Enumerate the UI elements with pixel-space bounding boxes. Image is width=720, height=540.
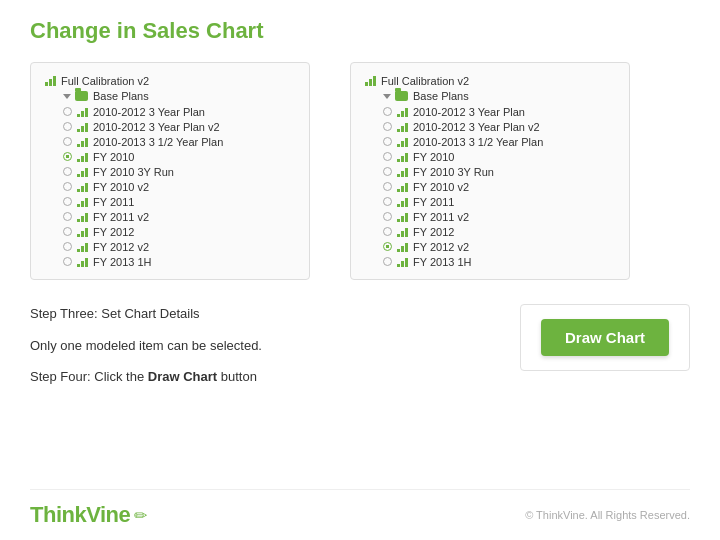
radio-right-0 — [383, 107, 392, 116]
tree-item-left-0[interactable]: 2010-2012 3 Year Plan — [63, 104, 295, 119]
tree-item-left-6[interactable]: FY 2011 — [63, 194, 295, 209]
radio-left-1 — [63, 122, 72, 131]
tree-item-right-7[interactable]: FY 2011 v2 — [383, 209, 615, 224]
bar-icon-right — [365, 76, 376, 86]
calibration-item-right[interactable]: Full Calibration v2 — [365, 73, 615, 88]
logo-text: ThinkVine — [30, 502, 130, 528]
step3-text: Step Three: Set Chart Details — [30, 304, 262, 324]
bar-icon-item-left-4 — [77, 167, 88, 177]
radio-right-7 — [383, 212, 392, 221]
tree-item-left-5[interactable]: FY 2010 v2 — [63, 179, 295, 194]
steps-left: Step Three: Set Chart Details Only one m… — [30, 304, 262, 393]
radio-left-5 — [63, 182, 72, 191]
radio-right-4 — [383, 167, 392, 176]
folder-icon-right — [395, 91, 408, 101]
tree-item-right-10[interactable]: FY 2013 1H — [383, 254, 615, 269]
radio-left-7 — [63, 212, 72, 221]
bar-icon-item-left-6 — [77, 197, 88, 207]
tree-item-right-5[interactable]: FY 2010 v2 — [383, 179, 615, 194]
radio-right-5 — [383, 182, 392, 191]
base-plans-label-left: Base Plans — [93, 90, 149, 102]
tree-item-left-1[interactable]: 2010-2012 3 Year Plan v2 — [63, 119, 295, 134]
radio-right-6 — [383, 197, 392, 206]
calibration-label-right: Full Calibration v2 — [381, 75, 469, 87]
footer: ThinkVine ✏ © ThinkVine. All Rights Rese… — [30, 489, 690, 528]
bar-icon-item-right-8 — [397, 227, 408, 237]
pencil-icon: ✏ — [134, 506, 147, 525]
radio-left-10 — [63, 257, 72, 266]
radio-right-3 — [383, 152, 392, 161]
draw-chart-wrapper: Draw Chart — [520, 304, 690, 371]
radio-right-2 — [383, 137, 392, 146]
bar-icon-item-right-1 — [397, 122, 408, 132]
tree-item-right-8[interactable]: FY 2012 — [383, 224, 615, 239]
tree-panel-left: Full Calibration v2 Base Plans 2010-2 — [30, 62, 310, 280]
bar-icon-item-right-5 — [397, 182, 408, 192]
tree-item-left-9[interactable]: FY 2012 v2 — [63, 239, 295, 254]
tree-item-right-2[interactable]: 2010-2013 3 1/2 Year Plan — [383, 134, 615, 149]
radio-right-1 — [383, 122, 392, 131]
bar-icon-item-right-6 — [397, 197, 408, 207]
tree-item-left-2[interactable]: 2010-2013 3 1/2 Year Plan — [63, 134, 295, 149]
calibration-label-left: Full Calibration v2 — [61, 75, 149, 87]
bar-icon-item-left-8 — [77, 227, 88, 237]
tree-items-left: 2010-2012 3 Year Plan 2010-2012 3 Year P… — [45, 104, 295, 269]
radio-right-9 — [383, 242, 392, 251]
bar-icon-item-left-10 — [77, 257, 88, 267]
tree-item-left-10[interactable]: FY 2013 1H — [63, 254, 295, 269]
tree-item-right-9[interactable]: FY 2012 v2 — [383, 239, 615, 254]
bar-icon-item-right-2 — [397, 137, 408, 147]
bar-icon-item-left-3 — [77, 152, 88, 162]
bar-icon-item-left-1 — [77, 122, 88, 132]
tree-item-right-0[interactable]: 2010-2012 3 Year Plan — [383, 104, 615, 119]
logo-think: Think — [30, 502, 86, 527]
step4-suffix: button — [217, 369, 257, 384]
logo-vine: Vine — [86, 502, 130, 527]
base-plans-folder-left[interactable]: Base Plans — [45, 88, 295, 104]
logo: ThinkVine ✏ — [30, 502, 147, 528]
step4-prefix: Step Four: Click the — [30, 369, 148, 384]
chevron-down-icon-left — [63, 94, 71, 99]
radio-left-9 — [63, 242, 72, 251]
main-content: Full Calibration v2 Base Plans 2010-2 — [30, 62, 690, 489]
bar-icon-item-left-9 — [77, 242, 88, 252]
copyright-text: © ThinkVine. All Rights Reserved. — [525, 509, 690, 521]
tree-item-left-7[interactable]: FY 2011 v2 — [63, 209, 295, 224]
tree-item-right-6[interactable]: FY 2011 — [383, 194, 615, 209]
draw-chart-button[interactable]: Draw Chart — [541, 319, 669, 356]
bar-icon-item-right-0 — [397, 107, 408, 117]
step4-bold: Draw Chart — [148, 369, 217, 384]
page-wrapper: Change in Sales Chart Full Calibration v… — [0, 0, 720, 540]
bar-icon-item-right-3 — [397, 152, 408, 162]
bar-icon-left — [45, 76, 56, 86]
page-title: Change in Sales Chart — [30, 18, 690, 44]
trees-section: Full Calibration v2 Base Plans 2010-2 — [30, 62, 690, 280]
step3-note: Only one modeled item can be selected. — [30, 336, 262, 356]
chevron-down-icon-right — [383, 94, 391, 99]
radio-right-8 — [383, 227, 392, 236]
radio-left-4 — [63, 167, 72, 176]
bar-icon-item-right-7 — [397, 212, 408, 222]
bar-icon-item-left-5 — [77, 182, 88, 192]
base-plans-folder-right[interactable]: Base Plans — [365, 88, 615, 104]
tree-item-left-8[interactable]: FY 2012 — [63, 224, 295, 239]
radio-left-8 — [63, 227, 72, 236]
tree-items-right: 2010-2012 3 Year Plan 2010-2012 3 Year P… — [365, 104, 615, 269]
base-plans-label-right: Base Plans — [413, 90, 469, 102]
bar-icon-item-left-7 — [77, 212, 88, 222]
bar-icon-item-left-0 — [77, 107, 88, 117]
step4-text: Step Four: Click the Draw Chart button — [30, 367, 262, 387]
calibration-item-left[interactable]: Full Calibration v2 — [45, 73, 295, 88]
tree-item-right-4[interactable]: FY 2010 3Y Run — [383, 164, 615, 179]
tree-item-left-4[interactable]: FY 2010 3Y Run — [63, 164, 295, 179]
tree-item-right-3[interactable]: FY 2010 — [383, 149, 615, 164]
tree-item-right-1[interactable]: 2010-2012 3 Year Plan v2 — [383, 119, 615, 134]
bar-icon-item-right-10 — [397, 257, 408, 267]
radio-right-10 — [383, 257, 392, 266]
tree-item-left-3[interactable]: FY 2010 — [63, 149, 295, 164]
radio-left-2 — [63, 137, 72, 146]
bar-icon-item-right-4 — [397, 167, 408, 177]
radio-left-3 — [63, 152, 72, 161]
folder-icon-left — [75, 91, 88, 101]
tree-panel-right: Full Calibration v2 Base Plans 2010-2 — [350, 62, 630, 280]
